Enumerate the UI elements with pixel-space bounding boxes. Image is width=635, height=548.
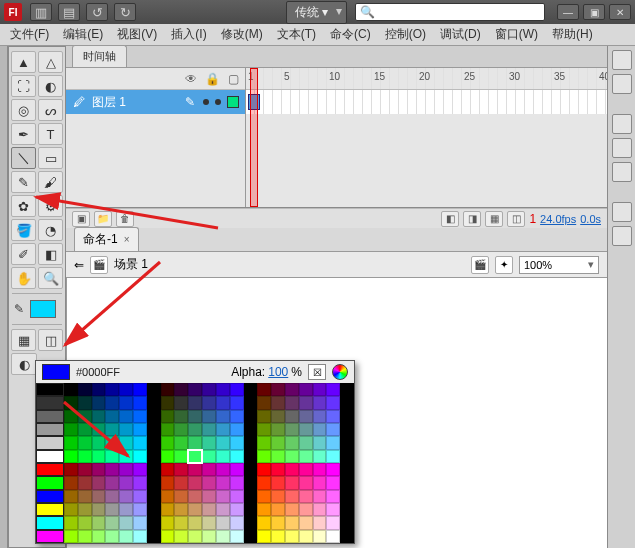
color-swatch[interactable] (174, 423, 188, 436)
color-swatch[interactable] (340, 516, 354, 529)
color-swatch[interactable] (133, 410, 147, 423)
color-swatch[interactable] (92, 396, 106, 409)
ink-bottle-tool[interactable]: ◔ (38, 219, 63, 241)
color-swatch[interactable] (216, 463, 230, 476)
color-swatch[interactable] (244, 423, 258, 436)
color-swatch[interactable] (174, 490, 188, 503)
color-swatch[interactable] (340, 436, 354, 449)
fps-display[interactable]: 24.0fps (540, 213, 576, 225)
gray-swatch[interactable] (36, 396, 64, 409)
color-swatch[interactable] (299, 410, 313, 423)
color-swatch[interactable] (326, 410, 340, 423)
outline-icon[interactable]: ▢ (228, 72, 239, 86)
color-swatch[interactable] (271, 463, 285, 476)
panel-icon-7[interactable] (612, 226, 632, 246)
color-swatch[interactable] (257, 516, 271, 529)
color-swatch[interactable] (161, 450, 175, 463)
color-swatch[interactable] (133, 530, 147, 543)
color-swatch[interactable] (326, 450, 340, 463)
color-swatch[interactable] (105, 423, 119, 436)
restore-button[interactable]: ▣ (583, 4, 605, 20)
color-swatch[interactable] (133, 396, 147, 409)
color-swatch[interactable] (313, 436, 327, 449)
color-swatch[interactable] (147, 436, 161, 449)
color-swatch[interactable] (313, 410, 327, 423)
stroke-swatch[interactable] (30, 300, 56, 318)
color-swatch[interactable] (188, 436, 202, 449)
color-swatch[interactable] (340, 383, 354, 396)
color-swatch[interactable] (216, 410, 230, 423)
modify-markers-button[interactable]: ◫ (507, 211, 525, 227)
color-swatch[interactable] (105, 490, 119, 503)
color-swatch[interactable] (174, 410, 188, 423)
color-swatch[interactable] (147, 490, 161, 503)
color-swatch[interactable] (161, 423, 175, 436)
eyedropper-tool[interactable]: ✐ (11, 243, 36, 265)
color-swatch[interactable] (230, 450, 244, 463)
color-swatch[interactable] (202, 410, 216, 423)
edit-symbol-button[interactable]: ✦ (495, 256, 513, 274)
color-swatch[interactable] (147, 396, 161, 409)
color-swatch[interactable] (271, 410, 285, 423)
color-swatch[interactable] (119, 410, 133, 423)
color-swatch[interactable] (174, 463, 188, 476)
color-swatch[interactable] (161, 516, 175, 529)
color-swatch[interactable] (64, 436, 78, 449)
color-swatch[interactable] (244, 463, 258, 476)
color-swatch[interactable] (78, 503, 92, 516)
color-swatch[interactable] (299, 423, 313, 436)
bone-tool[interactable]: ⚙ (38, 195, 63, 217)
color-swatch[interactable] (271, 530, 285, 543)
color-swatch[interactable] (340, 410, 354, 423)
gray-swatch[interactable] (36, 503, 64, 516)
color-swatch[interactable] (78, 396, 92, 409)
color-swatch[interactable] (64, 516, 78, 529)
color-swatch[interactable] (161, 463, 175, 476)
color-swatch[interactable] (271, 423, 285, 436)
color-swatch[interactable] (257, 530, 271, 543)
color-swatch[interactable] (285, 530, 299, 543)
menu-debug[interactable]: 调试(D) (440, 26, 481, 43)
color-swatch[interactable] (133, 476, 147, 489)
color-swatch[interactable] (119, 490, 133, 503)
delete-layer-button[interactable]: 🗑 (116, 211, 134, 227)
color-swatch[interactable] (285, 436, 299, 449)
search-input[interactable]: 🔍 (355, 3, 545, 21)
color-swatch[interactable] (326, 490, 340, 503)
color-swatch[interactable] (174, 530, 188, 543)
color-swatch[interactable] (105, 436, 119, 449)
color-swatch[interactable] (119, 503, 133, 516)
color-swatch[interactable] (92, 503, 106, 516)
menu-insert[interactable]: 插入(I) (171, 26, 206, 43)
color-swatch[interactable] (299, 436, 313, 449)
color-swatch[interactable] (202, 530, 216, 543)
color-swatch[interactable] (299, 476, 313, 489)
color-swatch[interactable] (64, 396, 78, 409)
color-swatch[interactable] (133, 383, 147, 396)
color-swatch[interactable] (133, 436, 147, 449)
color-swatch[interactable] (244, 530, 258, 543)
color-swatch[interactable] (64, 383, 78, 396)
color-swatch[interactable] (299, 530, 313, 543)
new-folder-button[interactable]: 📁 (94, 211, 112, 227)
color-swatch[interactable] (64, 503, 78, 516)
color-swatch[interactable] (174, 396, 188, 409)
color-swatch[interactable] (285, 490, 299, 503)
color-swatch[interactable] (326, 396, 340, 409)
menu-control[interactable]: 控制(O) (385, 26, 426, 43)
alpha-value[interactable]: 100 (268, 365, 288, 379)
color-swatch[interactable] (161, 396, 175, 409)
color-swatch[interactable] (161, 490, 175, 503)
color-swatch[interactable] (313, 516, 327, 529)
color-swatch[interactable] (244, 383, 258, 396)
color-swatch[interactable] (340, 463, 354, 476)
color-swatch[interactable] (313, 423, 327, 436)
menu-edit[interactable]: 编辑(E) (63, 26, 103, 43)
edit-multiple-button[interactable]: ▦ (485, 211, 503, 227)
color-swatch[interactable] (257, 476, 271, 489)
color-swatch[interactable] (119, 436, 133, 449)
color-swatch[interactable] (216, 503, 230, 516)
color-swatch[interactable] (105, 503, 119, 516)
color-swatch[interactable] (119, 396, 133, 409)
color-swatch[interactable] (285, 516, 299, 529)
